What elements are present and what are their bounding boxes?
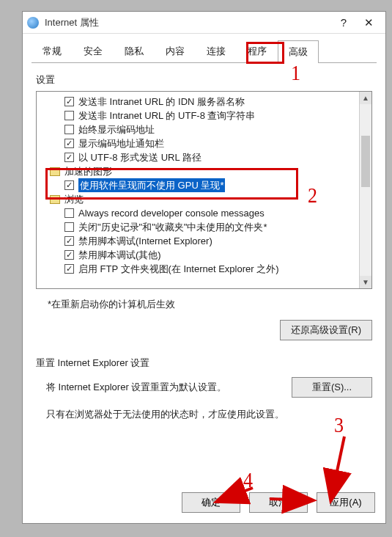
tree-category-label: 浏览 <box>64 192 84 206</box>
tree-item-label: 显示编码地址通知栏 <box>78 136 164 150</box>
tree-item-label: 始终显示编码地址 <box>78 123 155 136</box>
folder-icon <box>50 167 60 176</box>
checkbox-icon[interactable] <box>64 180 74 190</box>
tree-item-label: 禁用脚本调试(Internet Explorer) <box>78 234 212 248</box>
dialog-window: Internet 属性 ? ✕ 常规 安全 隐私 内容 连接 程序 高级 设置 … <box>22 11 386 524</box>
tab-programs[interactable]: 程序 <box>237 40 278 62</box>
restore-defaults-button[interactable]: 还原高级设置(R) <box>280 320 372 340</box>
checkbox-icon[interactable] <box>64 153 74 162</box>
reset-hint: 只有在浏览器处于无法使用的状态时，才应使用此设置。 <box>46 408 372 421</box>
restart-note: *在重新启动你的计算机后生效 <box>48 298 372 311</box>
tree-category-label: 加速的图形 <box>64 164 112 178</box>
tree-item[interactable]: Always record developer console messages <box>40 206 359 220</box>
apply-button[interactable]: 应用(A) <box>317 492 375 513</box>
tree-category[interactable]: 加速的图形 <box>40 164 359 178</box>
tree-category[interactable]: 浏览 <box>40 192 359 206</box>
tree-item[interactable]: 以 UTF-8 形式发送 URL 路径 <box>40 150 359 164</box>
scroll-up-icon[interactable]: ▲ <box>360 92 371 104</box>
title-bar: Internet 属性 ? ✕ <box>23 12 385 34</box>
cancel-button[interactable]: 取消 <box>249 492 308 513</box>
checkbox-icon[interactable] <box>64 97 74 106</box>
tree-item-label: 关闭"历史记录"和"收藏夹"中未使用的文件夹* <box>78 220 267 234</box>
scrollbar-vertical[interactable]: ▲ ▼ <box>359 92 371 288</box>
settings-group-label: 设置 <box>36 73 372 87</box>
tree-item[interactable]: 关闭"历史记录"和"收藏夹"中未使用的文件夹* <box>40 220 359 234</box>
tab-content[interactable]: 内容 <box>155 40 196 62</box>
dialog-button-row: 确定 取消 应用(A) <box>23 483 385 523</box>
reset-section-label: 重置 Internet Explorer 设置 <box>36 357 372 370</box>
tab-advanced[interactable]: 高级 <box>278 40 319 63</box>
tree-item[interactable]: 显示编码地址通知栏 <box>40 136 359 150</box>
checkbox-icon[interactable] <box>64 236 74 246</box>
tree-item-label: 禁用脚本调试(其他) <box>78 248 161 262</box>
tree-item[interactable]: 禁用脚本调试(Internet Explorer) <box>40 234 359 248</box>
checkbox-icon[interactable] <box>64 125 74 134</box>
tree-item-label: Always record developer console messages <box>78 206 265 220</box>
reset-button[interactable]: 重置(S)... <box>292 377 372 398</box>
tree-item[interactable]: 始终显示编码地址 <box>40 123 359 136</box>
reset-description: 将 Internet Explorer 设置重置为默认设置。 <box>46 381 292 394</box>
tree-item-gpu[interactable]: 使用软件呈现而不使用 GPU 呈现* <box>40 178 359 192</box>
tab-strip: 常规 安全 隐私 内容 连接 程序 高级 <box>23 34 385 62</box>
internet-icon <box>27 17 39 29</box>
scroll-thumb[interactable] <box>361 136 370 187</box>
tree-item-label: 发送非 Intranet URL 的 IDN 服务器名称 <box>78 95 245 109</box>
tree-item[interactable]: 启用 FTP 文件夹视图(在 Internet Explorer 之外) <box>40 262 359 276</box>
tree-item[interactable]: 发送非 Intranet URL 的 IDN 服务器名称 <box>40 95 359 109</box>
tree-item-label-selected: 使用软件呈现而不使用 GPU 呈现* <box>78 178 225 192</box>
tab-connections[interactable]: 连接 <box>196 40 237 62</box>
ok-button[interactable]: 确定 <box>182 492 240 513</box>
tab-content-area: 设置 发送非 Intranet URL 的 IDN 服务器名称 发送非 Intr… <box>23 63 385 483</box>
checkbox-icon[interactable] <box>64 139 74 148</box>
checkbox-icon[interactable] <box>64 250 74 260</box>
window-title: Internet 属性 <box>45 16 99 29</box>
scroll-down-icon[interactable]: ▼ <box>360 276 371 288</box>
settings-tree: 发送非 Intranet URL 的 IDN 服务器名称 发送非 Intrane… <box>36 91 372 289</box>
tree-item-label: 发送非 Intranet URL 的 UTF-8 查询字符串 <box>78 109 256 123</box>
close-button[interactable]: ✕ <box>356 16 381 29</box>
tree-item[interactable]: 禁用脚本调试(其他) <box>40 248 359 262</box>
checkbox-icon[interactable] <box>64 111 74 120</box>
folder-icon <box>50 195 60 204</box>
tree-item-label: 启用 FTP 文件夹视图(在 Internet Explorer 之外) <box>78 262 279 276</box>
settings-tree-list[interactable]: 发送非 Intranet URL 的 IDN 服务器名称 发送非 Intrane… <box>37 92 359 288</box>
tree-item-label: 以 UTF-8 形式发送 URL 路径 <box>78 150 201 164</box>
checkbox-icon[interactable] <box>64 222 74 232</box>
tab-privacy[interactable]: 隐私 <box>114 40 155 62</box>
checkbox-icon[interactable] <box>64 208 74 218</box>
tree-item[interactable]: 发送非 Intranet URL 的 UTF-8 查询字符串 <box>40 109 359 123</box>
tab-general[interactable]: 常规 <box>32 40 73 62</box>
checkbox-icon[interactable] <box>64 264 74 274</box>
tab-security[interactable]: 安全 <box>73 40 114 62</box>
help-button[interactable]: ? <box>331 16 356 29</box>
